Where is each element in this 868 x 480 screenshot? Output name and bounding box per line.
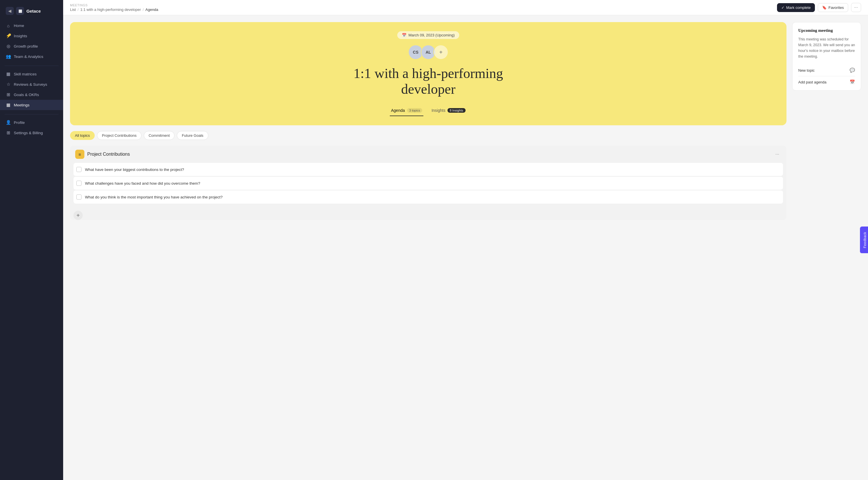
add-item-button[interactable]: +	[73, 211, 83, 220]
new-topic-label: New topic	[798, 68, 815, 73]
meeting-date: 📅 March 09, 2023 (Upcoming)	[397, 31, 459, 39]
topic-items: What have been your biggest contribution…	[70, 163, 786, 207]
sidebar-item-label: Insights	[14, 34, 27, 38]
sidebar-divider-1	[5, 66, 59, 66]
mark-complete-button[interactable]: ✓ Mark complete	[777, 3, 815, 12]
back-button[interactable]: ◀	[6, 7, 14, 15]
topic-title: Project Contributions	[87, 152, 770, 157]
skill-matrices-icon: ▦	[6, 71, 11, 76]
topic-more-button[interactable]: ···	[773, 150, 781, 158]
upcoming-title: Upcoming meeting	[798, 28, 855, 33]
topbar-left: Meetings List / 1:1 with a high-performi…	[70, 3, 158, 12]
more-button[interactable]: ···	[851, 3, 861, 12]
meeting-date-text: March 09, 2023 (Upcoming)	[408, 33, 455, 37]
tab-insights[interactable]: Insights 8 Insights	[430, 106, 466, 116]
insights-badge	[9, 34, 11, 36]
chip-project-contributions[interactable]: Project Contributions	[97, 131, 142, 140]
sidebar-secondary-nav: ▦ Skill matrices ☆ Reviews & Surveys ⊞ G…	[0, 69, 63, 110]
filter-chips: All topics Project Contributions Commitm…	[70, 130, 786, 141]
bookmark-icon: 🔖	[822, 5, 827, 10]
breadcrumb-sep-2: /	[143, 7, 144, 12]
sidebar-item-settings-billing[interactable]: ⊞ Settings & Billing	[0, 128, 63, 138]
favorites-button[interactable]: 🔖 Favorites	[818, 3, 848, 12]
chip-commitment-label: Commitment	[149, 133, 170, 138]
topbar-section-label: Meetings	[70, 3, 158, 7]
calendar-icon: 📅	[402, 33, 406, 37]
tab-agenda-badge: 3 topics	[407, 108, 423, 113]
calendar-icon-action: 📅	[849, 79, 855, 84]
tab-agenda[interactable]: Agenda 3 topics	[390, 106, 423, 116]
sidebar-logo: ◀ ▦ Getace	[0, 5, 63, 21]
upcoming-action-new-topic[interactable]: New topic 💬	[798, 65, 855, 76]
sidebar-item-label: Team & Analytics	[14, 55, 43, 59]
meeting-title: 1:1 with a high-performing developer	[353, 65, 503, 97]
breadcrumb-sep-1: /	[78, 7, 79, 12]
topic-item: What do you think is the most important …	[73, 191, 783, 204]
add-participant-button[interactable]: +	[433, 45, 448, 60]
chip-commitment[interactable]: Commitment	[144, 131, 175, 140]
topic-icon: ≡	[75, 150, 84, 159]
settings-icon: ⊞	[6, 130, 11, 135]
home-icon: ⌂	[6, 23, 11, 28]
logo-icon: ▦	[16, 7, 24, 15]
sidebar-item-reviews-surveys[interactable]: ☆ Reviews & Surveys	[0, 79, 63, 90]
check-icon: ✓	[781, 5, 784, 10]
sidebar-main-nav: ⌂ Home ⚡ Insights ◎ Growth profile 👥 Tea…	[0, 21, 63, 62]
checkbox-2[interactable]	[76, 181, 82, 186]
sidebar-item-label: Settings & Billing	[14, 131, 43, 135]
more-icon: ···	[854, 5, 858, 10]
favorites-label: Favorites	[828, 5, 844, 10]
meeting-avatars: CS AL +	[408, 45, 448, 60]
content-area: 📅 March 09, 2023 (Upcoming) CS AL + 1:1 …	[63, 15, 868, 480]
list-icon: ≡	[79, 152, 81, 157]
upcoming-desc: This meeting was scheduled for March 9, …	[798, 36, 855, 59]
goals-icon: ⊞	[6, 92, 11, 97]
breadcrumb-current: Agenda	[146, 7, 158, 12]
reviews-icon: ☆	[6, 82, 11, 87]
sidebar-item-skill-matrices[interactable]: ▦ Skill matrices	[0, 69, 63, 79]
meetings-icon: ▦	[6, 102, 11, 107]
add-past-agenda-label: Add past agenda	[798, 80, 826, 84]
feedback-label: Feedback	[863, 232, 867, 248]
sidebar-item-team-analytics[interactable]: 👥 Team & Analytics	[0, 51, 63, 62]
topbar-actions: ✓ Mark complete 🔖 Favorites ···	[777, 3, 861, 12]
feedback-tab[interactable]: Feedback	[860, 227, 868, 253]
topic-item-text-2: What challenges have you faced and how d…	[85, 181, 200, 185]
comment-icon: 💬	[849, 68, 855, 73]
topic-item: What challenges have you faced and how d…	[73, 177, 783, 190]
topbar: Meetings List / 1:1 with a high-performi…	[63, 0, 868, 15]
breadcrumb: List / 1:1 with a high-performing develo…	[70, 7, 158, 12]
sidebar-item-home[interactable]: ⌂ Home	[0, 21, 63, 31]
main-area: Meetings List / 1:1 with a high-performi…	[63, 0, 868, 480]
sidebar-item-growth-profile[interactable]: ◎ Growth profile	[0, 41, 63, 51]
main-panel: 📅 March 09, 2023 (Upcoming) CS AL + 1:1 …	[70, 22, 786, 473]
chip-all-topics[interactable]: All topics	[70, 131, 95, 140]
upcoming-action-add-past-agenda[interactable]: Add past agenda 📅	[798, 76, 855, 84]
sidebar-item-label: Reviews & Surveys	[14, 82, 47, 87]
checkbox-1[interactable]	[76, 167, 82, 172]
sidebar-bottom-nav: 👤 Profile ⊞ Settings & Billing	[0, 117, 63, 138]
tab-insights-label: Insights	[431, 108, 445, 113]
chip-future-goals-label: Future Goals	[182, 133, 203, 138]
sidebar-item-insights[interactable]: ⚡ Insights	[0, 31, 63, 41]
sidebar-item-meetings[interactable]: ▦ Meetings	[0, 100, 63, 110]
sidebar: ◀ ▦ Getace ⌂ Home ⚡ Insights ◎ Growth pr…	[0, 0, 63, 480]
topic-item-text-1: What have been your biggest contribution…	[85, 167, 184, 172]
sidebar-item-goals-okrs[interactable]: ⊞ Goals & OKRs	[0, 90, 63, 100]
topic-section: ≡ Project Contributions ··· What have be…	[70, 146, 786, 220]
sidebar-item-label: Profile	[14, 121, 25, 125]
breadcrumb-meeting[interactable]: 1:1 with a high-performing developer	[81, 7, 141, 12]
sidebar-item-label: Meetings	[14, 103, 30, 107]
chip-future-goals[interactable]: Future Goals	[177, 131, 208, 140]
right-panel: Upcoming meeting This meeting was schedu…	[792, 22, 861, 473]
chip-all-topics-label: All topics	[75, 133, 90, 138]
sidebar-item-label: Goals & OKRs	[14, 93, 39, 97]
breadcrumb-list[interactable]: List	[70, 7, 76, 12]
checkbox-3[interactable]	[76, 195, 82, 200]
team-analytics-icon: 👥	[6, 54, 11, 59]
sidebar-item-label: Growth profile	[14, 44, 38, 48]
sidebar-item-profile[interactable]: 👤 Profile	[0, 117, 63, 128]
topic-header: ≡ Project Contributions ···	[70, 146, 786, 163]
topic-item: What have been your biggest contribution…	[73, 163, 783, 176]
topic-item-text-3: What do you think is the most important …	[85, 195, 223, 199]
